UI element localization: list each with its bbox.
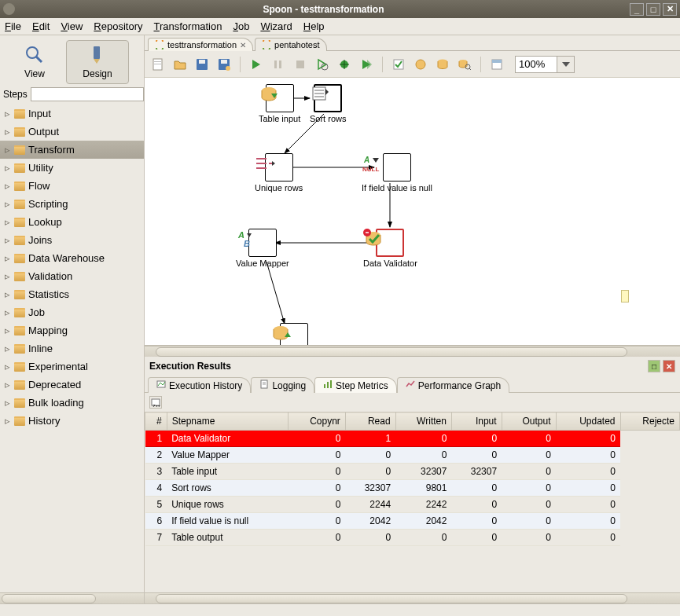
svg-rect-14: [279, 60, 281, 68]
tree-item-utility[interactable]: ▹Utility: [0, 159, 144, 177]
col-written[interactable]: Written: [395, 412, 451, 431]
tree-item-output[interactable]: ▹Output: [0, 123, 144, 141]
step-if-null[interactable]: ANULL If field value is null: [362, 153, 432, 192]
preview-icon[interactable]: [314, 56, 331, 73]
expand-icon: ▹: [5, 306, 11, 318]
tree-item-bulk-loading[interactable]: ▹Bulk loading: [0, 394, 144, 412]
step-value-mapper[interactable]: AB Value Mapper: [236, 229, 289, 268]
tree-item-input[interactable]: ▹Input: [0, 104, 144, 123]
tree-item-statistics[interactable]: ▹Statistics: [0, 285, 144, 303]
col-output[interactable]: Output: [502, 412, 556, 431]
impact-icon[interactable]: [412, 56, 429, 73]
execution-results-title: Execution Results: [149, 361, 231, 372]
tab-pentahotest[interactable]: pentahotest: [255, 38, 327, 51]
canvas-scrollbar[interactable]: [145, 346, 680, 357]
table-row[interactable]: 5Unique rows022442242000: [145, 497, 680, 513]
expand-icon: ▹: [5, 126, 11, 138]
snapshot-icon[interactable]: Zzz: [149, 396, 162, 409]
steps-search-input[interactable]: [31, 87, 144, 101]
table-row[interactable]: 7Table output000000: [145, 530, 680, 546]
col-copynr[interactable]: Copynr: [289, 412, 346, 431]
mode-view-button[interactable]: View: [3, 40, 66, 84]
tab-testtransformation[interactable]: testtransformation✕: [148, 38, 253, 51]
tree-item-validation[interactable]: ▹Validation: [0, 267, 144, 285]
step-sort-rows[interactable]: Sort rows: [310, 84, 346, 123]
debug-icon[interactable]: [336, 56, 353, 73]
menu-repository[interactable]: Repository: [94, 20, 142, 32]
maximize-button[interactable]: □: [646, 3, 660, 16]
step-table-input[interactable]: Table input: [259, 84, 300, 123]
menu-file[interactable]: File: [5, 20, 21, 32]
tree-item-lookup[interactable]: ▹Lookup: [0, 213, 144, 231]
canvas[interactable]: Table input Sort rows Unique rows ANULL …: [145, 78, 680, 346]
table-row[interactable]: 4Sort rows0323079801000: [145, 480, 680, 497]
results-scrollbar[interactable]: [145, 592, 680, 603]
exec-tab-step-metrics[interactable]: Step Metrics: [314, 377, 397, 393]
step-data-validator[interactable]: Data Validator: [363, 229, 417, 268]
save-icon[interactable]: [193, 56, 211, 73]
tab-close-icon[interactable]: ✕: [240, 41, 246, 50]
step-table-output[interactable]: Table output: [270, 323, 318, 346]
tree-item-flow[interactable]: ▹Flow: [0, 177, 144, 195]
save-as-icon[interactable]: [215, 56, 233, 73]
exec-maximize-icon[interactable]: □: [648, 360, 660, 372]
canvas-note[interactable]: [621, 290, 629, 302]
folder-icon: [14, 398, 25, 408]
run-icon[interactable]: [248, 56, 265, 73]
tree-item-transform[interactable]: ▹Transform: [0, 141, 144, 159]
table-row[interactable]: 2Value Mapper000000: [145, 447, 680, 464]
col-#[interactable]: #: [145, 412, 167, 431]
verify-icon[interactable]: [390, 56, 407, 73]
tree-item-history[interactable]: ▹History: [0, 412, 144, 430]
col-rejecte[interactable]: Rejecte: [620, 412, 679, 431]
exec-close-icon[interactable]: ✕: [663, 360, 675, 372]
sql-icon[interactable]: [434, 56, 451, 73]
zoom-input[interactable]: [515, 56, 557, 73]
sidebar-scrollbar[interactable]: [0, 592, 144, 603]
open-file-icon[interactable]: [171, 56, 189, 73]
exec-tab-execution-history[interactable]: Execution History: [148, 377, 251, 393]
minimize-button[interactable]: _: [630, 3, 644, 16]
col-updated[interactable]: Updated: [556, 412, 620, 431]
col-read[interactable]: Read: [345, 412, 395, 431]
menu-job[interactable]: Job: [233, 20, 249, 32]
tab-label: pentahotest: [274, 40, 320, 50]
col-stepname[interactable]: Stepname: [167, 412, 289, 431]
zoom-dropdown[interactable]: [557, 56, 575, 73]
exec-tab-performance-graph[interactable]: Performance Graph: [397, 377, 509, 393]
table-row[interactable]: 3Table input00323073230700: [145, 464, 680, 480]
close-button[interactable]: ✕: [663, 3, 677, 16]
tree-item-inline[interactable]: ▹Inline: [0, 339, 144, 358]
exec-tab-logging[interactable]: Logging: [251, 377, 314, 393]
exec-tab-label: Execution History: [169, 380, 242, 391]
expand-icon: ▹: [5, 162, 11, 174]
tree-item-mapping[interactable]: ▹Mapping: [0, 321, 144, 339]
tree-item-scripting[interactable]: ▹Scripting: [0, 195, 144, 213]
tree-item-data-warehouse[interactable]: ▹Data Warehouse: [0, 249, 144, 267]
tree-item-experimental[interactable]: ▹Experimental: [0, 358, 144, 376]
menu-wizard[interactable]: Wizard: [260, 20, 292, 32]
menu-edit[interactable]: Edit: [32, 20, 50, 32]
svg-rect-6: [154, 64, 161, 64]
tree-item-label: Utility: [28, 162, 53, 174]
folder-icon: [14, 127, 25, 137]
tree-item-joins[interactable]: ▹Joins: [0, 231, 144, 249]
replay-icon[interactable]: [358, 56, 375, 73]
col-input[interactable]: Input: [451, 412, 502, 431]
mode-design-button[interactable]: Design: [66, 40, 129, 84]
tree-item-job[interactable]: ▹Job: [0, 303, 144, 321]
stop-icon[interactable]: [292, 56, 309, 73]
menu-view[interactable]: View: [61, 20, 83, 32]
table-row[interactable]: 1Data Validator010000: [145, 431, 680, 447]
show-results-icon[interactable]: [488, 56, 505, 73]
menu-transformation[interactable]: Transformation: [153, 20, 222, 32]
new-file-icon[interactable]: [149, 56, 167, 73]
pause-icon[interactable]: [270, 56, 287, 73]
step-unique-rows[interactable]: Unique rows: [255, 153, 303, 192]
table-row[interactable]: 6If field value is null020422042000: [145, 513, 680, 530]
svg-line-28: [469, 68, 471, 70]
explore-db-icon[interactable]: [456, 56, 473, 73]
tree-item-deprecated[interactable]: ▹Deprecated: [0, 376, 144, 394]
menu-help[interactable]: Help: [303, 20, 325, 32]
folder-icon: [14, 145, 25, 155]
